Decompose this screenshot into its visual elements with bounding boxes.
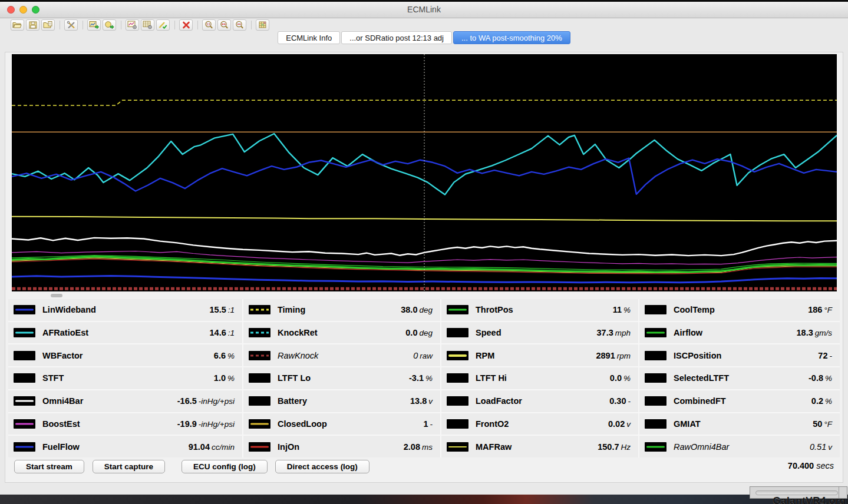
trace-color-swatch[interactable] bbox=[645, 328, 666, 337]
trace-color-swatch[interactable] bbox=[249, 442, 270, 452]
parameter-label: LinWideband bbox=[42, 305, 96, 314]
toolbar-button-zoom-width[interactable] bbox=[217, 19, 231, 31]
trace-color-swatch[interactable] bbox=[249, 328, 270, 337]
minimize-button[interactable] bbox=[19, 6, 27, 14]
value-unit: °F bbox=[822, 306, 832, 314]
trace-color-swatch[interactable] bbox=[14, 328, 35, 337]
parameter-row-linwideband: LinWideband15.5:1 bbox=[8, 299, 242, 321]
toolbar-button-settings-tools[interactable] bbox=[64, 19, 78, 31]
toolbar-button-save-file[interactable] bbox=[26, 19, 39, 31]
zoom-button[interactable] bbox=[32, 6, 39, 14]
toolbar: 1:1 bbox=[0, 18, 848, 31]
parameter-label: AFRatioEst bbox=[42, 328, 88, 337]
parameter-label: CoolTemp bbox=[674, 305, 715, 314]
trace-color-swatch[interactable] bbox=[249, 305, 270, 314]
toolbar-button-zoom-actual[interactable]: 1:1 bbox=[202, 19, 216, 31]
value-unit: - bbox=[626, 397, 631, 406]
value-number: -0.8 bbox=[809, 373, 823, 383]
trace-color-swatch[interactable] bbox=[14, 351, 35, 360]
trace-color-swatch[interactable] bbox=[447, 396, 468, 406]
parameter-row-gmiat: GMIAT50°F bbox=[639, 413, 840, 435]
toolbar-button-open-file[interactable] bbox=[11, 19, 24, 31]
parameter-label: LTFT Hi bbox=[476, 373, 507, 383]
toolbar-button-export-image[interactable] bbox=[87, 19, 101, 31]
graph-scrollbar-handle[interactable] bbox=[51, 294, 62, 297]
tab-2[interactable]: ... to WA post-smoothing 20% bbox=[453, 31, 570, 44]
trace-color-swatch[interactable] bbox=[14, 419, 35, 429]
close-button[interactable] bbox=[7, 6, 15, 14]
value-number: 0.02 bbox=[608, 419, 625, 429]
scrollbar-track[interactable] bbox=[755, 490, 838, 495]
delete-icon bbox=[182, 21, 191, 29]
trace-color-swatch[interactable] bbox=[249, 396, 270, 406]
trace-color-swatch[interactable] bbox=[14, 373, 35, 383]
trace-color-swatch[interactable] bbox=[447, 351, 468, 360]
trace-color-swatch[interactable] bbox=[447, 442, 468, 452]
tab-0[interactable]: ECMLink Info bbox=[278, 31, 340, 44]
parameter-label: GMIAT bbox=[674, 419, 701, 429]
trace-color-swatch[interactable] bbox=[447, 328, 468, 337]
trace-color-swatch[interactable] bbox=[645, 442, 666, 452]
window-title: ECMLink bbox=[0, 2, 848, 18]
value-number: 50 bbox=[813, 419, 822, 429]
parameter-value: 11% bbox=[613, 305, 631, 314]
parameter-row-iscposition: ISCPosition72- bbox=[639, 344, 840, 366]
tab-bar: ECMLink Info...or SDRatio post 12:13 adj… bbox=[0, 31, 848, 44]
parameter-value: 91.04cc/min bbox=[189, 442, 235, 452]
trace-color-swatch[interactable] bbox=[14, 396, 35, 406]
start-capture-button[interactable]: Start capture bbox=[93, 460, 165, 473]
parameter-label: LTFT Lo bbox=[278, 373, 311, 383]
trace-color-swatch[interactable] bbox=[645, 419, 666, 429]
trace-color-swatch[interactable] bbox=[645, 373, 666, 383]
parameter-row-knockret: KnockRet0.0deg bbox=[243, 322, 440, 344]
trace-color-swatch[interactable] bbox=[249, 419, 270, 429]
ecu-config-log-button[interactable]: ECU config (log) bbox=[182, 460, 268, 473]
swatch-line bbox=[250, 423, 269, 425]
log-time-readout: 70.400secs bbox=[788, 461, 834, 470]
toolbar-separator bbox=[83, 21, 83, 29]
trace-color-swatch[interactable] bbox=[447, 419, 468, 429]
parameter-row-fronto2: FrontO20.02v bbox=[441, 413, 638, 435]
trace-color-swatch[interactable] bbox=[249, 373, 270, 383]
open-file-icon bbox=[12, 21, 22, 29]
trace-color-swatch[interactable] bbox=[14, 305, 35, 314]
parameter-value: -0.8% bbox=[809, 373, 832, 383]
parameter-label: RPM bbox=[476, 351, 494, 360]
parameter-value: 150.7Hz bbox=[598, 442, 631, 452]
value-unit: deg bbox=[417, 306, 433, 314]
value-unit: -inHg/+psi bbox=[197, 397, 235, 406]
parameter-value: 2.08ms bbox=[404, 442, 433, 452]
parameter-value: 38.0deg bbox=[401, 305, 433, 314]
parameter-row-stft: STFT1.0% bbox=[8, 367, 242, 389]
trace-color-swatch[interactable] bbox=[249, 351, 270, 360]
toolbar-button-delete[interactable] bbox=[179, 19, 193, 31]
value-unit: % bbox=[424, 374, 433, 383]
tab-1[interactable]: ...or SDRatio post 12:13 adj bbox=[341, 31, 452, 44]
trace-color-swatch[interactable] bbox=[14, 442, 35, 452]
trace-color-swatch[interactable] bbox=[645, 396, 666, 406]
toolbar-button-table-settings[interactable] bbox=[141, 19, 154, 31]
value-unit: v bbox=[625, 420, 631, 429]
direct-access-log-button[interactable]: Direct access (log) bbox=[275, 460, 369, 473]
trace-color-swatch[interactable] bbox=[447, 373, 468, 383]
toolbar-button-edit-tools[interactable] bbox=[156, 19, 170, 31]
parameter-row-timing: Timing38.0deg bbox=[243, 299, 440, 321]
start-stream-button[interactable]: Start stream bbox=[14, 460, 84, 473]
log-graph-canvas[interactable] bbox=[12, 54, 837, 291]
svg-text:1:1: 1:1 bbox=[206, 22, 210, 25]
toolbar-button-export-data[interactable] bbox=[103, 19, 116, 31]
parameter-value: 0.51v bbox=[810, 442, 832, 452]
swatch-line bbox=[646, 332, 665, 334]
toolbar-button-graph-settings[interactable] bbox=[126, 19, 139, 31]
trace-color-swatch[interactable] bbox=[645, 351, 666, 360]
toolbar-button-import-folder[interactable] bbox=[41, 19, 55, 31]
parameter-value: 186°F bbox=[808, 305, 832, 314]
trace-color-swatch[interactable] bbox=[645, 305, 666, 314]
parameter-row-speed: Speed37.3mph bbox=[441, 322, 638, 344]
toolbar-button-zoom-custom[interactable] bbox=[233, 19, 246, 31]
parameter-label: SelectedLTFT bbox=[674, 373, 729, 383]
trace-color-swatch[interactable] bbox=[447, 305, 468, 314]
parameter-value: 1- bbox=[423, 419, 433, 429]
toolbar-button-grid-map[interactable] bbox=[256, 19, 269, 31]
parameter-label: RawKnock bbox=[278, 351, 318, 360]
